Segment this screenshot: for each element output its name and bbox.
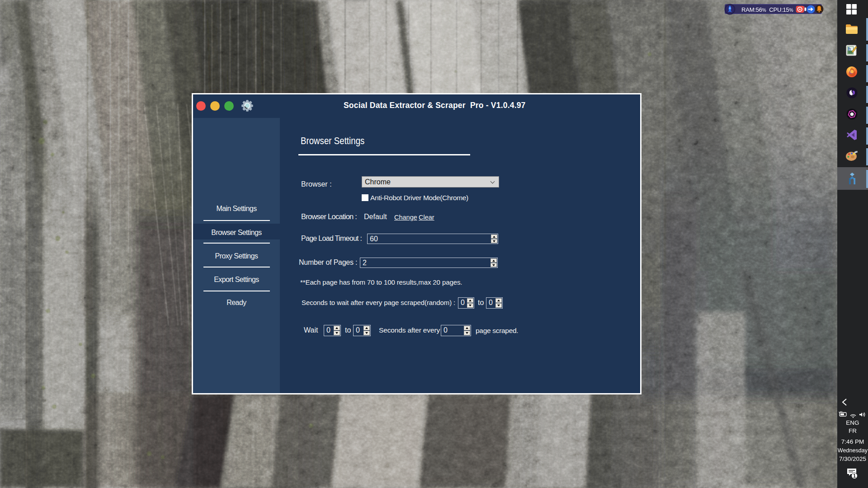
svg-text:1: 1: [853, 473, 856, 479]
